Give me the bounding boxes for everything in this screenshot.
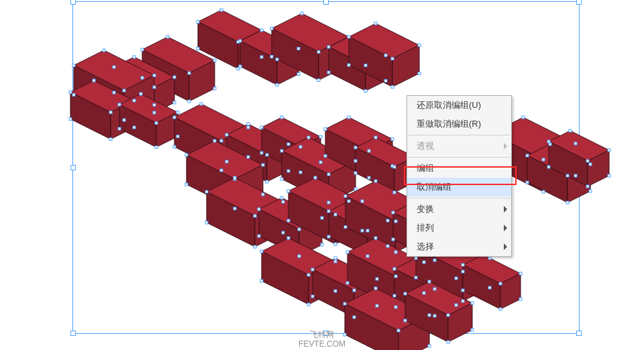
svg-rect-288 (346, 282, 349, 284)
svg-rect-203 (327, 201, 330, 204)
menu-item-select[interactable]: 选择 (407, 237, 511, 256)
svg-rect-163 (133, 126, 136, 129)
svg-rect-131 (374, 22, 377, 25)
svg-rect-327 (542, 158, 545, 161)
svg-rect-215 (393, 166, 396, 168)
svg-rect-205 (354, 188, 357, 190)
svg-rect-275 (334, 290, 337, 292)
svg-rect-253 (344, 226, 347, 229)
svg-rect-344 (547, 166, 550, 168)
svg-rect-339 (569, 129, 572, 132)
svg-rect-135 (418, 72, 421, 75)
svg-rect-342 (547, 140, 550, 143)
svg-rect-161 (109, 138, 112, 141)
svg-rect-133 (391, 58, 394, 60)
svg-rect-202 (280, 150, 283, 152)
svg-rect-278 (353, 289, 356, 292)
watermark-line1: 飞特网 (0, 330, 644, 339)
svg-rect-251 (344, 195, 347, 198)
svg-rect-312 (428, 314, 431, 316)
watermark-line2: FEVTE.COM (0, 339, 644, 349)
svg-rect-200 (354, 160, 357, 162)
svg-rect-223 (205, 190, 208, 193)
svg-rect-308 (499, 308, 502, 310)
svg-rect-243 (366, 229, 369, 232)
svg-rect-307 (462, 264, 464, 266)
svg-rect-198 (319, 161, 322, 164)
svg-rect-320 (447, 314, 449, 316)
svg-rect-195 (260, 126, 263, 129)
svg-rect-197 (260, 152, 263, 154)
svg-rect-305 (519, 272, 522, 275)
svg-rect-246 (327, 235, 330, 238)
svg-rect-269 (287, 237, 290, 239)
menu-item-group[interactable]: 编组 (407, 159, 511, 178)
svg-rect-259 (433, 259, 436, 261)
artwork-3d-blocks[interactable] (0, 0, 644, 350)
submenu-arrow-icon (504, 225, 507, 231)
svg-rect-190 (185, 183, 188, 186)
svg-rect-162 (69, 118, 72, 121)
svg-rect-145 (153, 86, 156, 89)
svg-rect-228 (321, 217, 323, 219)
svg-rect-218 (354, 172, 357, 174)
svg-rect-272 (260, 250, 263, 253)
svg-rect-191 (262, 193, 264, 196)
svg-rect-325 (522, 116, 525, 119)
svg-rect-260 (392, 238, 394, 241)
illustrator-canvas[interactable]: 还原取消编组(U)重做取消编组(R)透视编组取消编组变换排列选择 飞特网 FEV… (0, 0, 644, 350)
svg-rect-193 (319, 135, 322, 138)
menu-item-undo_ungroup[interactable]: 还原取消编组(U) (407, 96, 511, 115)
svg-rect-295 (393, 294, 396, 297)
svg-rect-292 (433, 288, 436, 290)
svg-rect-129 (327, 71, 330, 74)
svg-rect-199 (307, 136, 310, 139)
menu-item-arrange[interactable]: 排列 (407, 219, 511, 237)
submenu-arrow-icon (504, 243, 507, 250)
svg-rect-340 (608, 149, 610, 152)
svg-rect-113 (276, 58, 278, 61)
svg-rect-294 (433, 314, 436, 317)
svg-rect-323 (404, 319, 407, 322)
svg-rect-147 (153, 111, 156, 114)
svg-rect-287 (394, 306, 397, 308)
svg-rect-236 (334, 213, 337, 216)
svg-rect-201 (327, 173, 330, 176)
svg-rect-291 (455, 277, 458, 280)
menu-item-redo_ungroup[interactable]: 重做取消编组(R) (407, 115, 511, 133)
menu-item-perspective: 透视 (407, 137, 511, 156)
svg-rect-217 (393, 191, 396, 194)
svg-rect-179 (287, 143, 290, 145)
svg-rect-234 (314, 176, 317, 179)
svg-rect-194 (299, 145, 302, 148)
svg-rect-302 (415, 276, 417, 279)
svg-rect-206 (347, 116, 350, 119)
svg-rect-166 (155, 122, 158, 125)
svg-rect-120 (317, 51, 320, 54)
menu-item-transform[interactable]: 变换 (407, 200, 511, 219)
svg-rect-289 (423, 292, 425, 294)
svg-rect-240 (361, 229, 364, 232)
svg-rect-158 (133, 99, 136, 102)
svg-rect-125 (384, 54, 387, 57)
svg-rect-338 (589, 190, 592, 192)
svg-rect-345 (608, 174, 610, 177)
svg-rect-337 (526, 181, 529, 184)
svg-rect-165 (176, 111, 179, 114)
svg-rect-335 (526, 154, 529, 157)
svg-rect-149 (173, 101, 176, 104)
svg-rect-306 (499, 282, 502, 285)
svg-rect-153 (72, 64, 75, 67)
svg-rect-155 (72, 94, 75, 97)
svg-rect-318 (428, 280, 431, 283)
svg-rect-245 (366, 255, 369, 257)
svg-rect-207 (391, 138, 394, 141)
menu-item-ungroup[interactable]: 取消编组 (407, 178, 511, 196)
svg-rect-237 (287, 190, 290, 192)
svg-rect-184 (287, 170, 290, 172)
svg-rect-333 (589, 163, 592, 166)
submenu-arrow-icon (504, 206, 507, 213)
menu-separator (408, 198, 511, 198)
svg-rect-196 (299, 171, 302, 174)
svg-rect-224 (254, 245, 256, 248)
